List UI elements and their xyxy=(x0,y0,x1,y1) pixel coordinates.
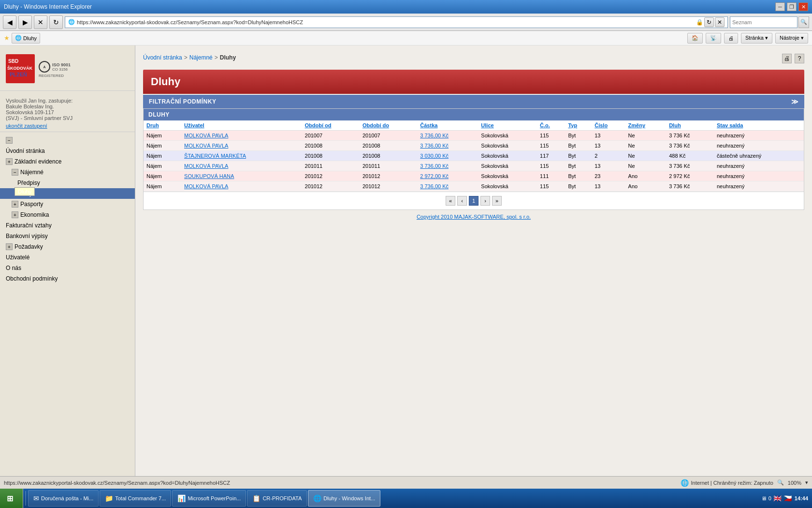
col-castka-link[interactable]: Částka xyxy=(420,122,437,128)
table-cell[interactable]: MOLKOVÁ PAVLA xyxy=(181,141,302,151)
filter-toggle-icon[interactable]: ≫ xyxy=(791,98,799,105)
col-dluh-link[interactable]: Dluh xyxy=(669,122,681,128)
prev-page-button[interactable]: ‹ xyxy=(457,196,467,206)
col-stav-link[interactable]: Stav salda xyxy=(717,122,743,128)
taskbar-item-commander[interactable]: 📁 Total Commander 7... xyxy=(100,490,171,507)
registered-label: REGISTERED xyxy=(39,74,71,78)
col-do-link[interactable]: Období do xyxy=(362,122,389,128)
next-page-button[interactable]: › xyxy=(480,196,490,206)
breadcrumb-section-link[interactable]: Nájemné xyxy=(189,54,213,61)
table-cell-link[interactable]: MOLKOVÁ PAVLA xyxy=(184,143,228,149)
taskbar-item-mail[interactable]: ✉ Doručená pošta - Mi... xyxy=(28,490,99,507)
dluhy-tab[interactable]: 🌐 Dluhy xyxy=(12,33,40,44)
table-cell[interactable]: MOLKOVÁ PAVLA xyxy=(181,161,302,171)
home-button[interactable]: 🏠 xyxy=(687,33,703,44)
table-cell[interactable]: 2 972,00 Kč xyxy=(417,171,478,181)
table-cell-link[interactable]: 3 736,00 Kč xyxy=(420,143,449,149)
print-button[interactable]: 🖨 xyxy=(724,33,738,44)
col-zmeny-link[interactable]: Změny xyxy=(628,122,645,128)
table-cell-link[interactable]: MOLKOVÁ PAVLA xyxy=(184,133,228,138)
search-button[interactable]: 🔍 xyxy=(798,16,809,28)
tools-menu[interactable]: Nástroje ▾ xyxy=(775,33,808,44)
table-cell[interactable]: 3 736,00 Kč xyxy=(417,131,478,141)
page-menu[interactable]: Stránka ▾ xyxy=(741,33,772,44)
col-co-link[interactable]: Č.o. xyxy=(540,122,550,128)
sidebar-item-bankovni[interactable]: Bankovní výpisy xyxy=(0,231,135,241)
taskbar-item-ie[interactable]: 🌐 Dluhy - Windows Int... xyxy=(308,490,380,507)
table-cell[interactable]: 3 736,00 Kč xyxy=(417,141,478,151)
start-button[interactable]: ⊞ xyxy=(0,489,23,508)
table-cell-link[interactable]: ŠTAJNEROVÁ MARKÉTA xyxy=(184,153,246,159)
pasporty-expand-icon[interactable]: + xyxy=(12,201,18,208)
table-cell-link[interactable]: 3 030,00 Kč xyxy=(420,153,449,159)
main-area: SBD ŠKODOVÁK PLZEŇ A ISO 9001 CO 3156 xyxy=(0,45,812,476)
table-cell[interactable]: MOLKOVÁ PAVLA xyxy=(181,131,302,141)
close-address-button[interactable]: ✕ xyxy=(715,17,725,27)
table-cell-link[interactable]: MOLKOVÁ PAVLA xyxy=(184,183,228,189)
table-cell[interactable]: 3 736,00 Kč xyxy=(417,181,478,192)
table-cell-link[interactable]: 2 972,00 Kč xyxy=(420,173,449,179)
filter-section[interactable]: FILTRAČNÍ PODMÍNKY ≫ xyxy=(143,95,804,108)
sidebar-item-fakturacni[interactable]: Fakturační vztahy xyxy=(0,220,135,231)
col-cislo-link[interactable]: Číslo xyxy=(594,122,608,128)
refresh-button[interactable]: ↻ xyxy=(49,15,63,29)
sidebar-item-uzivatele[interactable]: Uživatelé xyxy=(0,252,135,263)
copyright-link[interactable]: Copyright 2010 MAJAK-SOFTWARE, spol. s r… xyxy=(417,214,531,220)
breadcrumb-home-link[interactable]: Úvodní stránka xyxy=(143,54,182,61)
current-page-button[interactable]: 1 xyxy=(469,196,478,206)
breadcrumb-wrapper: Úvodní stránka > Nájemné > Dluhy 🖨 ? xyxy=(143,50,804,67)
table-cell[interactable]: ŠTAJNEROVÁ MARKÉTA xyxy=(181,151,302,161)
search-input[interactable] xyxy=(730,16,798,28)
col-ulice-link[interactable]: Ulice xyxy=(481,122,493,128)
mail-label: Doručená pošta - Mi... xyxy=(41,495,93,501)
table-cell-link[interactable]: 3 736,00 Kč xyxy=(420,183,449,189)
collapse-icon[interactable]: − xyxy=(6,137,13,144)
col-druh-link[interactable]: Druh xyxy=(146,122,159,128)
table-cell-link[interactable]: MOLKOVÁ PAVLA xyxy=(184,163,228,169)
end-substitution-link[interactable]: ukončit zastupení xyxy=(6,123,129,129)
ekonomika-expand-icon[interactable]: + xyxy=(12,211,18,218)
forward-button[interactable]: ▶ xyxy=(18,15,32,29)
table-cell-link[interactable]: 3 736,00 Kč xyxy=(420,163,449,169)
rss-button[interactable]: 📡 xyxy=(706,33,721,44)
table-cell[interactable]: 3 736,00 Kč xyxy=(417,161,478,171)
col-od-link[interactable]: Období od xyxy=(305,122,332,128)
table-cell-link[interactable]: 3 736,00 Kč xyxy=(420,133,449,138)
last-page-button[interactable]: » xyxy=(492,196,502,206)
refresh-small-button[interactable]: ↻ xyxy=(704,17,714,27)
najemne-collapse-icon[interactable]: − xyxy=(12,169,18,176)
sidebar-item-obchodni[interactable]: Obchodní podmínky xyxy=(0,273,135,284)
sidebar-item-dluhy[interactable]: Dluhy Dluhy xyxy=(0,188,135,199)
sidebar-item-pozadavky[interactable]: + Požadavky xyxy=(0,241,135,252)
sidebar-item-zakladni[interactable]: + Základní evidence xyxy=(0,156,135,167)
sidebar-item-najemne[interactable]: − Nájemné xyxy=(0,167,135,178)
minimize-button[interactable]: ─ xyxy=(775,2,785,11)
sidebar-item-uvodni[interactable]: Úvodní stránka xyxy=(0,146,135,156)
table-section: DLUHY Druh Uživatel Období od Období do … xyxy=(143,108,804,210)
table-cell[interactable]: 3 030,00 Kč xyxy=(417,151,478,161)
sidebar-item-predpisy[interactable]: Předpisy xyxy=(0,178,135,188)
table-cell[interactable]: MOLKOVÁ PAVLA xyxy=(181,181,302,192)
sidebar-item-onas[interactable]: O nás xyxy=(0,263,135,273)
close-button[interactable]: ✕ xyxy=(798,2,808,11)
pozadavky-expand-icon[interactable]: + xyxy=(6,243,13,250)
restore-button[interactable]: ❐ xyxy=(787,2,797,11)
zakladni-expand-icon[interactable]: + xyxy=(6,158,13,165)
taskbar-item-profidata[interactable]: 📋 CR-PROFIDATA xyxy=(247,490,307,507)
table-cell[interactable]: SOUKUPOVÁ HANA xyxy=(181,171,302,181)
sidebar-item-pasporty[interactable]: + Pasporty xyxy=(0,199,135,209)
first-page-button[interactable]: « xyxy=(446,196,455,206)
col-uzivatel-link[interactable]: Uživatel xyxy=(184,122,204,128)
stop-button[interactable]: ✕ xyxy=(34,15,47,29)
table-cell-link[interactable]: SOUKUPOVÁ HANA xyxy=(184,173,234,179)
taskbar-item-powerpoint[interactable]: 📊 Microsoft PowerPoin... xyxy=(172,490,246,507)
nav-collapse-item[interactable]: − xyxy=(0,135,135,146)
help-icon[interactable]: ? xyxy=(795,54,804,63)
address-text[interactable]: https://www.zakaznickyportal-skodovak.cz… xyxy=(77,19,696,25)
print-page-icon[interactable]: 🖨 xyxy=(782,54,792,63)
sidebar-item-ekonomika[interactable]: + Ekonomika xyxy=(0,209,135,220)
table-cell: Byt xyxy=(565,161,592,171)
col-typ-link[interactable]: Typ xyxy=(568,122,577,128)
table-cell: neuhrazený xyxy=(714,131,804,141)
back-button[interactable]: ◀ xyxy=(3,15,16,29)
